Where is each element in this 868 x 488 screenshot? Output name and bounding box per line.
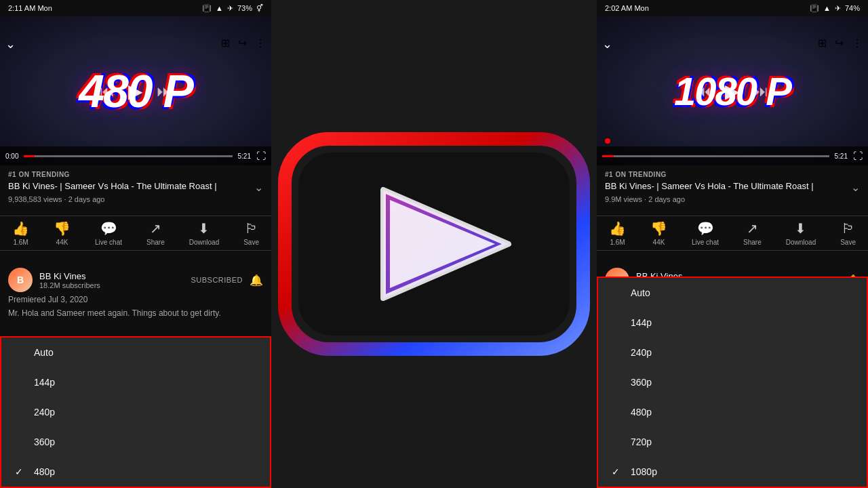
left-battery: 73% xyxy=(237,4,252,12)
left-playback-controls: ⏮ ▶ ⏭ xyxy=(100,80,172,102)
center-area xyxy=(271,0,597,488)
right-share-btn-icon: ↗ xyxy=(747,220,758,237)
right-share-button[interactable]: ↗ Share xyxy=(743,220,762,246)
left-forward-icon[interactable]: ⏭ xyxy=(157,82,172,100)
left-video-controls: 0:00 5:21 ⛶ xyxy=(0,146,271,165)
right-like-count: 1.6M xyxy=(610,239,625,246)
left-like-count: 1.6M xyxy=(13,239,28,246)
right-quality-1080p[interactable]: ✓ 1080p xyxy=(598,457,867,487)
left-views: 9,938,583 views xyxy=(8,195,62,203)
left-age: 2 days ago xyxy=(68,195,105,203)
left-download-label: Download xyxy=(189,239,219,246)
right-like-icon: 👍 xyxy=(609,220,626,237)
right-video-meta: 9.9M views · 2 days ago xyxy=(605,195,860,203)
right-add-icon[interactable]: ⊞ xyxy=(818,37,827,49)
left-channel-row: B BB Ki Vines 18.2M subscribers SUBSCRIB… xyxy=(0,261,271,299)
right-wifi-icon: ▲ xyxy=(823,4,831,12)
left-quality-240p[interactable]: 240p xyxy=(1,397,270,427)
left-wifi-icon: ▲ xyxy=(216,4,223,12)
left-livechat-icon: 💬 xyxy=(100,220,117,237)
left-expand-icon[interactable]: ⌄ xyxy=(254,181,263,194)
right-more-icon[interactable]: ⋮ xyxy=(852,37,863,49)
right-playback-controls: ⏮ ▶ ⏭ xyxy=(696,80,768,102)
right-status-bar: 2:02 AM Mon 📳 ▲ ✈ 74% xyxy=(597,0,868,16)
right-video-title: BB Ki Vines- | Sameer Vs Hola - The Ulti… xyxy=(605,181,834,192)
left-share-label: Share xyxy=(146,239,165,246)
right-save-icon: 🏳 xyxy=(842,221,855,237)
right-action-row: 👍 1.6M 👎 44K 💬 Live chat ↗ Share ⬇ Downl… xyxy=(597,216,868,251)
right-save-button[interactable]: 🏳 Save xyxy=(840,221,856,246)
left-dislike-count: 44K xyxy=(56,239,68,246)
left-video-info: #1 ON TRENDING BB Ki Vines- | Sameer Vs … xyxy=(0,165,271,214)
left-save-button[interactable]: 🏳 Save xyxy=(243,221,259,246)
right-quality-480p-label: 480p xyxy=(631,407,652,418)
right-video-thumb[interactable]: 1080 P ⌄ ⊞ ↪ ⋮ ⏮ ▶ ⏭ 5:21 ⛶ xyxy=(597,16,868,165)
right-progress-bar[interactable] xyxy=(602,155,829,157)
left-description: Mr. Hola and Sameer meet again. Things a… xyxy=(0,308,271,318)
right-like-button[interactable]: 👍 1.6M xyxy=(609,220,626,246)
right-quality-480p[interactable]: 480p xyxy=(598,397,867,427)
right-chevron-down-icon[interactable]: ⌄ xyxy=(602,37,612,52)
left-quality-360p[interactable]: 360p xyxy=(1,427,270,457)
right-fullscreen-icon[interactable]: ⛶ xyxy=(853,150,863,161)
right-share-icon[interactable]: ↪ xyxy=(835,37,844,49)
left-livechat-button[interactable]: 💬 Live chat xyxy=(95,220,122,246)
left-quality-360p-label: 360p xyxy=(34,436,55,447)
left-more-icon[interactable]: ⋮ xyxy=(255,37,266,49)
left-share-icon[interactable]: ↪ xyxy=(238,37,247,49)
left-chevron-down-icon[interactable]: ⌄ xyxy=(5,37,16,52)
right-quality-720p[interactable]: 720p xyxy=(598,427,867,457)
right-rewind-icon[interactable]: ⏮ xyxy=(696,82,711,100)
right-play-icon[interactable]: ▶ xyxy=(725,80,740,102)
right-expand-icon[interactable]: ⌄ xyxy=(851,181,860,194)
left-share-btn-icon: ↗ xyxy=(150,220,161,237)
right-forward-icon[interactable]: ⏭ xyxy=(753,82,768,100)
right-live-dot xyxy=(605,138,610,144)
right-livechat-label: Live chat xyxy=(692,239,719,246)
left-channel-name[interactable]: BB Ki Vines xyxy=(39,271,184,281)
left-share-button[interactable]: ↗ Share xyxy=(146,220,165,246)
left-quality-480p[interactable]: ✓ 480p xyxy=(1,457,270,487)
right-video-controls: 5:21 ⛶ xyxy=(597,146,868,165)
left-download-button[interactable]: ⬇ Download xyxy=(189,220,219,246)
left-channel-subs: 18.2M subscribers xyxy=(39,281,184,289)
right-airplane-icon: ✈ xyxy=(835,4,841,13)
left-panel: 2:11 AM Mon 📳 ▲ ✈ 73% ⚥ 480 P ⌄ ⊞ ↪ ⋮ ⏮ … xyxy=(0,0,271,488)
right-download-button[interactable]: ⬇ Download xyxy=(786,220,816,246)
left-premiere-date: Premiered Jul 3, 2020 xyxy=(0,295,271,308)
right-dislike-button[interactable]: 👎 44K xyxy=(650,220,667,246)
right-dislike-count: 44K xyxy=(653,239,665,246)
left-airplane-icon: ✈ xyxy=(227,4,233,13)
left-video-title: BB Ki Vines- | Sameer Vs Hola - The Ulti… xyxy=(8,181,237,192)
right-panel: 2:02 AM Mon 📳 ▲ ✈ 74% 1080 P ⌄ ⊞ ↪ ⋮ ⏮ ▶… xyxy=(597,0,868,488)
left-play-icon[interactable]: ▶ xyxy=(128,80,143,102)
left-duration: 5:21 xyxy=(238,152,251,160)
left-subscribe-button[interactable]: SUBSCRIBED xyxy=(191,276,243,284)
left-add-icon[interactable]: ⊞ xyxy=(221,37,230,49)
left-bell-icon[interactable]: 🔔 xyxy=(250,274,263,287)
right-download-label: Download xyxy=(786,239,816,246)
left-action-row: 👍 1.6M 👎 44K 💬 Live chat ↗ Share ⬇ Downl… xyxy=(0,216,271,251)
left-like-button[interactable]: 👍 1.6M xyxy=(12,220,29,246)
right-quality-144p[interactable]: 144p xyxy=(598,308,867,338)
left-check-480p: ✓ xyxy=(15,466,26,477)
left-fullscreen-icon[interactable]: ⛶ xyxy=(256,150,266,161)
left-quality-240p-label: 240p xyxy=(34,407,55,418)
left-gender-icon: ⚥ xyxy=(256,4,263,13)
left-rewind-icon[interactable]: ⏮ xyxy=(100,82,115,100)
left-quality-auto[interactable]: Auto xyxy=(1,338,270,367)
left-download-icon: ⬇ xyxy=(198,220,210,237)
right-livechat-button[interactable]: 💬 Live chat xyxy=(692,220,719,246)
left-save-label: Save xyxy=(243,239,259,246)
left-quality-144p[interactable]: 144p xyxy=(1,367,270,397)
left-progress-bar[interactable] xyxy=(24,155,232,157)
left-quality-144p-label: 144p xyxy=(34,377,55,388)
right-quality-auto[interactable]: Auto xyxy=(598,278,867,308)
left-video-thumb[interactable]: 480 P ⌄ ⊞ ↪ ⋮ ⏮ ▶ ⏭ 0:00 5:21 ⛶ xyxy=(0,16,271,165)
left-channel-avatar[interactable]: B xyxy=(8,268,33,292)
right-video-info: #1 ON TRENDING BB Ki Vines- | Sameer Vs … xyxy=(597,165,868,214)
right-top-controls: ⊞ ↪ ⋮ xyxy=(818,37,863,49)
left-dislike-button[interactable]: 👎 44K xyxy=(54,220,71,246)
right-quality-240p[interactable]: 240p xyxy=(598,338,867,367)
right-quality-360p[interactable]: 360p xyxy=(598,367,867,397)
